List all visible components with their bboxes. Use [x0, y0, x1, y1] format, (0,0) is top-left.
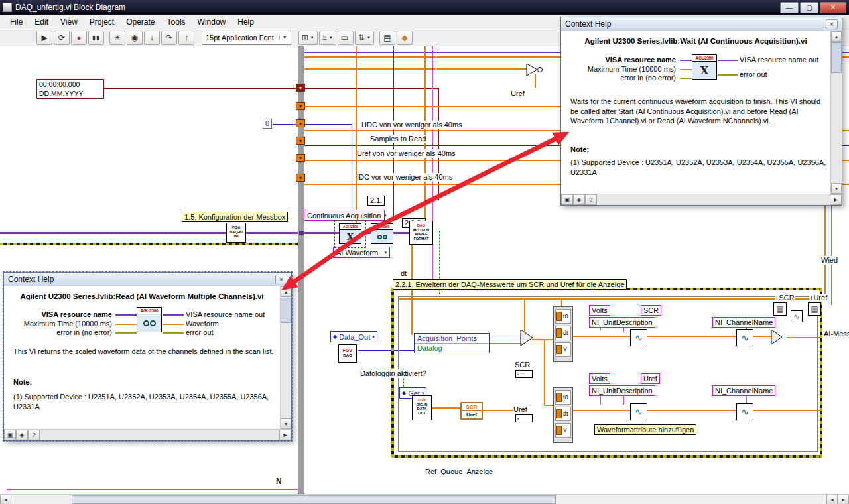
menu-item-edit[interactable]: Edit — [29, 16, 54, 28]
highlight-execution-button[interactable]: ☀ — [109, 31, 125, 45]
scroll-right-button[interactable]: ► — [838, 495, 849, 504]
build-waveform-node[interactable]: t0 dt Y — [553, 387, 573, 443]
edit-icon-button[interactable]: ◆ — [397, 31, 413, 45]
step-out-button[interactable]: ↑ — [178, 31, 194, 45]
wire — [680, 78, 692, 79]
resize-objects-dropdown[interactable]: ▭ — [338, 31, 354, 45]
minimize-button[interactable]: — — [780, 2, 799, 13]
scr-uref-constant[interactable]: SCR Uref — [460, 402, 483, 420]
scroll-right-button[interactable]: ► — [830, 194, 842, 205]
h-scroll-track[interactable] — [597, 194, 830, 205]
fgv-digin-vi[interactable]: FGV DIG.IN DATA OUT — [412, 395, 432, 420]
scroll-left-button[interactable]: ◄ — [826, 495, 838, 504]
context-help-titlebar[interactable]: Context Help × — [4, 273, 291, 286]
retain-values-button[interactable]: ◉ — [127, 31, 143, 45]
close-icon[interactable]: × — [826, 19, 838, 29]
daq-mitteln-vi[interactable]: DAQ MITTELN WAVEF FORMAT — [409, 221, 433, 245]
menu-item-view[interactable]: View — [54, 16, 84, 28]
attr-name-unit[interactable]: NI_UnitDescription — [589, 385, 655, 396]
data-out-node[interactable]: ◆ Data_Out ▾ — [330, 331, 377, 342]
detailed-help-button[interactable]: ◈ — [573, 194, 585, 205]
timestamp-constant[interactable]: 00:00:00.000 DD.MM.YYYY — [36, 79, 104, 99]
scroll-right-button[interactable]: ► — [279, 430, 291, 440]
lock-help-button[interactable]: ▣ — [561, 194, 573, 205]
uref-select-constant[interactable]: ▪ ⋯ — [515, 414, 533, 422]
run-continuous-button[interactable]: ⟳ — [54, 31, 70, 45]
enum-ai-waveform[interactable]: AI Waveform ▾ — [333, 247, 390, 258]
abort-button[interactable]: ● — [71, 31, 87, 45]
step-over-button[interactable]: ↷ — [161, 31, 177, 45]
run-button[interactable]: ▶ — [36, 31, 52, 45]
comparison-node[interactable] — [526, 63, 543, 76]
read-ai-waveform-vi[interactable]: AGU2300 — [371, 223, 393, 244]
select-node[interactable] — [771, 329, 783, 345]
menu-item-file[interactable]: File — [4, 16, 29, 28]
context-help-titlebar[interactable]: Context Help × — [561, 17, 842, 31]
h-scroll-thumb[interactable] — [72, 495, 556, 504]
menu-item-window[interactable]: Window — [192, 16, 232, 28]
detailed-help-button[interactable]: ◈ — [16, 430, 28, 440]
set-waveform-attribute-node[interactable]: ∿ — [736, 329, 753, 346]
context-help-footer: ▣ ◈ ? ► — [561, 194, 842, 205]
acquisition-points-node[interactable]: Acquisition_Points Datalog — [414, 333, 490, 353]
enum-continuous-acquisition[interactable]: Continuous Acquisition ▾ — [304, 210, 385, 221]
attr-name-volts[interactable]: Volts — [589, 305, 610, 316]
set-waveform-attribute-node[interactable]: ∿ — [630, 329, 647, 346]
zero-constant[interactable]: 0 — [263, 119, 272, 129]
set-waveform-attribute-node[interactable]: ∿ — [630, 403, 647, 420]
scr-select-constant[interactable]: ▪ ⋯ — [515, 370, 533, 378]
label-uref-top: Uref — [511, 90, 525, 98]
step-into-button[interactable]: ↓ — [144, 31, 160, 45]
label-idc: IDC vor vor weniger als 40ms — [357, 173, 452, 182]
menu-item-operate[interactable]: Operate — [120, 16, 161, 28]
vi-icon-text: FORMAT — [410, 237, 432, 241]
attr-name-volts[interactable]: Volts — [589, 373, 610, 384]
attr-name-channel[interactable]: NI_ChannelName — [712, 317, 775, 328]
waveform-icon: ∿ — [635, 332, 643, 343]
help-question-button[interactable]: ? — [28, 430, 40, 440]
attr-value-uref[interactable]: Uref — [641, 373, 660, 384]
clean-up-diagram-button[interactable]: ▤ — [379, 31, 395, 45]
help-question-button[interactable]: ? — [585, 194, 597, 205]
lock-help-button[interactable]: ▣ — [4, 430, 16, 440]
titlebar[interactable]: DAQ_unfertig.vi Block Diagram — ▢ × — [0, 0, 849, 15]
menu-item-tools[interactable]: Tools — [161, 16, 192, 28]
array-node[interactable]: ▦ — [808, 302, 821, 316]
reorder-icon: ⇅ — [358, 33, 365, 42]
maximize-button[interactable]: ▢ — [800, 2, 818, 13]
window-controls: — ▢ × — [780, 2, 846, 13]
h-scroll-track[interactable] — [40, 430, 279, 440]
attr-name-channel[interactable]: NI_ChannelName — [712, 385, 775, 396]
pause-button[interactable]: ▮▮ — [88, 31, 104, 45]
set-waveform-attribute-node[interactable]: ∿ — [736, 403, 753, 420]
scroll-up-button[interactable]: ▲ — [831, 31, 842, 42]
wire — [104, 88, 296, 89]
reorder-dropdown[interactable]: ⇅▼ — [355, 31, 374, 45]
waveform-node[interactable]: ∿ — [791, 310, 803, 322]
fgv-daq-vi[interactable]: FGV DAQ — [338, 344, 357, 363]
visa-init-vi[interactable]: VISA DAQ-AI INI — [226, 223, 246, 243]
close-icon[interactable]: × — [275, 275, 287, 284]
font-selector[interactable]: 15pt Application Font ▼ — [202, 31, 291, 45]
scroll-down-button[interactable]: ▼ — [281, 418, 291, 429]
scroll-up-button[interactable]: ▲ — [281, 286, 291, 297]
scroll-thumb[interactable] — [281, 298, 291, 323]
build-waveform-node[interactable]: t0 dt Y — [553, 306, 573, 362]
h-scrollbar[interactable]: ◄ ◄ ► — [0, 494, 849, 504]
menu-item-project[interactable]: Project — [84, 16, 120, 28]
v-scrollbar[interactable]: ▲ ▼ — [830, 31, 842, 194]
output-label: VISA resource name out — [740, 56, 818, 64]
align-objects-dropdown[interactable]: ⊞▼ — [298, 31, 318, 45]
attr-value-scr[interactable]: SCR — [641, 305, 661, 316]
distribute-objects-dropdown[interactable]: ≡▼ — [319, 31, 336, 45]
menu-item-help[interactable]: Help — [231, 16, 260, 28]
scroll-thumb[interactable] — [831, 42, 842, 73]
array-node[interactable]: ▦ — [773, 302, 787, 316]
output-label: error out — [740, 70, 767, 78]
scroll-left-button[interactable]: ◄ — [0, 495, 11, 504]
close-button[interactable]: × — [820, 2, 846, 13]
attr-name-unit[interactable]: NI_UnitDescription — [589, 317, 655, 328]
scroll-down-button[interactable]: ▼ — [831, 183, 842, 194]
v-scrollbar[interactable]: ▲ ▼ — [280, 286, 291, 429]
select-node[interactable] — [520, 329, 533, 346]
